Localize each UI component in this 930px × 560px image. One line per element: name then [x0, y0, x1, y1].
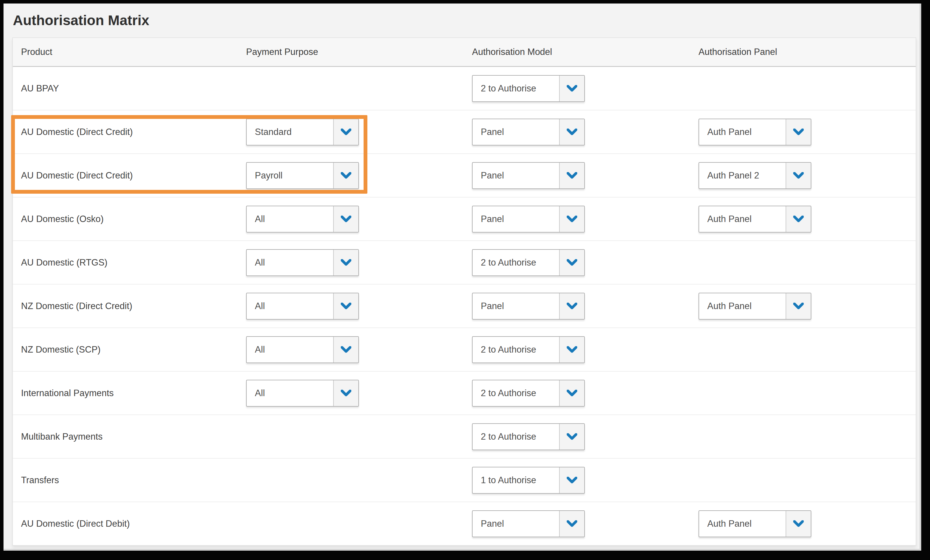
product-label: NZ Domestic (Direct Credit)	[21, 301, 132, 311]
authorisation-model-select[interactable]: Panel	[472, 206, 585, 232]
select-dropdown-button[interactable]	[559, 250, 584, 275]
authorisation-matrix-table: Product Payment Purpose Authorisation Mo…	[12, 37, 916, 546]
select-dropdown-button[interactable]	[333, 250, 358, 275]
table-row: NZ Domestic (SCP) All 2 to Authorise	[13, 328, 916, 372]
authorisation-model-select[interactable]: 1 to Authorise	[472, 467, 585, 494]
authorisation-model-select[interactable]: Panel	[472, 293, 585, 320]
chevron-down-icon	[567, 215, 577, 223]
page-background: Authorisation Matrix Product Payment Pur…	[3, 3, 921, 551]
column-header-product: Product	[21, 47, 52, 57]
select-dropdown-button[interactable]	[559, 380, 584, 406]
chevron-down-icon	[567, 172, 577, 179]
product-label: AU Domestic (Direct Debit)	[21, 518, 130, 529]
authorisation-panel-select[interactable]: Auth Panel 2	[699, 162, 811, 189]
authorisation-model-select[interactable]: Panel	[472, 162, 585, 189]
select-value: All	[247, 337, 333, 363]
select-dropdown-button[interactable]	[559, 424, 584, 449]
authorisation-panel-select[interactable]: Auth Panel	[699, 206, 811, 232]
product-label: AU Domestic (RTGS)	[21, 257, 108, 268]
chevron-down-icon	[567, 85, 577, 92]
authorisation-model-select[interactable]: 2 to Authorise	[472, 249, 585, 276]
select-value: All	[247, 293, 333, 319]
select-value: 2 to Authorise	[473, 250, 559, 275]
select-value: All	[247, 206, 333, 232]
select-dropdown-button[interactable]	[785, 163, 811, 188]
select-dropdown-button[interactable]	[333, 293, 358, 319]
select-value: Standard	[247, 119, 333, 145]
select-dropdown-button[interactable]	[785, 293, 811, 319]
payment-purpose-select[interactable]: All	[246, 336, 359, 363]
select-dropdown-button[interactable]	[333, 380, 358, 406]
payment-purpose-select[interactable]: All	[246, 293, 359, 320]
column-header-authorisation-model: Authorisation Model	[472, 47, 552, 57]
select-dropdown-button[interactable]	[559, 511, 584, 537]
select-value: 2 to Authorise	[473, 424, 559, 449]
select-value: Auth Panel	[699, 511, 785, 537]
table-row: AU Domestic (Direct Credit) Payroll Pane…	[13, 154, 916, 197]
select-value: Auth Panel	[699, 119, 785, 145]
select-dropdown-button[interactable]	[559, 293, 584, 319]
select-dropdown-button[interactable]	[559, 163, 584, 188]
select-dropdown-button[interactable]	[785, 511, 811, 537]
table-row: AU Domestic (Osko) All Panel Auth Panel	[13, 197, 916, 241]
product-label: International Payments	[21, 388, 114, 398]
authorisation-model-select[interactable]: 2 to Authorise	[472, 380, 585, 407]
chevron-down-icon	[567, 129, 577, 135]
select-dropdown-button[interactable]	[333, 337, 358, 363]
select-dropdown-button[interactable]	[559, 337, 584, 363]
select-value: 1 to Authorise	[473, 468, 559, 493]
select-value: Auth Panel 2	[699, 163, 785, 188]
authorisation-panel-select[interactable]: Auth Panel	[699, 118, 811, 146]
authorisation-model-select[interactable]: Panel	[472, 510, 585, 537]
authorisation-model-select[interactable]: 2 to Authorise	[472, 336, 585, 363]
payment-purpose-select[interactable]: Payroll	[246, 162, 359, 189]
select-value: Panel	[473, 163, 559, 188]
select-dropdown-button[interactable]	[785, 119, 811, 145]
chevron-down-icon	[341, 346, 351, 353]
select-dropdown-button[interactable]	[559, 75, 584, 102]
select-dropdown-button[interactable]	[333, 119, 358, 145]
product-label: AU Domestic (Osko)	[21, 214, 103, 225]
chevron-down-icon	[341, 129, 351, 135]
select-dropdown-button[interactable]	[559, 206, 584, 232]
product-label: Transfers	[21, 475, 59, 486]
select-value: Panel	[473, 119, 559, 145]
select-dropdown-button[interactable]	[333, 206, 358, 232]
table-row: International Payments All 2 to Authoris…	[13, 372, 916, 415]
payment-purpose-select[interactable]: Standard	[246, 118, 359, 146]
authorisation-model-select[interactable]: Panel	[472, 118, 585, 146]
chevron-down-icon	[341, 172, 351, 179]
select-value: 2 to Authorise	[473, 380, 559, 406]
chevron-down-icon	[341, 390, 351, 397]
column-header-authorisation-panel: Authorisation Panel	[699, 47, 777, 57]
chevron-down-icon	[567, 520, 577, 527]
select-dropdown-button[interactable]	[559, 468, 584, 493]
select-value: All	[247, 250, 333, 275]
select-dropdown-button[interactable]	[785, 206, 811, 232]
select-value: Auth Panel	[699, 293, 785, 319]
payment-purpose-select[interactable]: All	[246, 206, 359, 232]
select-dropdown-button[interactable]	[333, 163, 358, 188]
select-value: Panel	[473, 511, 559, 537]
payment-purpose-select[interactable]: All	[246, 380, 359, 407]
chevron-down-icon	[567, 390, 577, 397]
chevron-down-icon	[793, 172, 804, 179]
chevron-down-icon	[341, 215, 351, 223]
chevron-down-icon	[793, 215, 804, 223]
authorisation-model-select[interactable]: 2 to Authorise	[472, 423, 585, 450]
payment-purpose-select[interactable]: All	[246, 249, 359, 276]
table-row: Transfers 1 to Authorise	[13, 458, 916, 502]
authorisation-model-select[interactable]: 2 to Authorise	[472, 75, 585, 102]
select-value: 2 to Authorise	[473, 337, 559, 363]
chevron-down-icon	[567, 259, 577, 266]
table-row: NZ Domestic (Direct Credit) All Panel Au…	[13, 285, 916, 328]
product-label: AU BPAY	[21, 83, 59, 94]
select-value: Panel	[473, 206, 559, 232]
product-label: AU Domestic (Direct Credit)	[21, 127, 133, 137]
authorisation-panel-select[interactable]: Auth Panel	[699, 510, 811, 537]
authorisation-panel-select[interactable]: Auth Panel	[699, 293, 811, 320]
chevron-down-icon	[567, 433, 577, 440]
select-value: 2 to Authorise	[473, 75, 559, 102]
column-header-payment-purpose: Payment Purpose	[246, 47, 318, 57]
select-dropdown-button[interactable]	[559, 119, 584, 145]
